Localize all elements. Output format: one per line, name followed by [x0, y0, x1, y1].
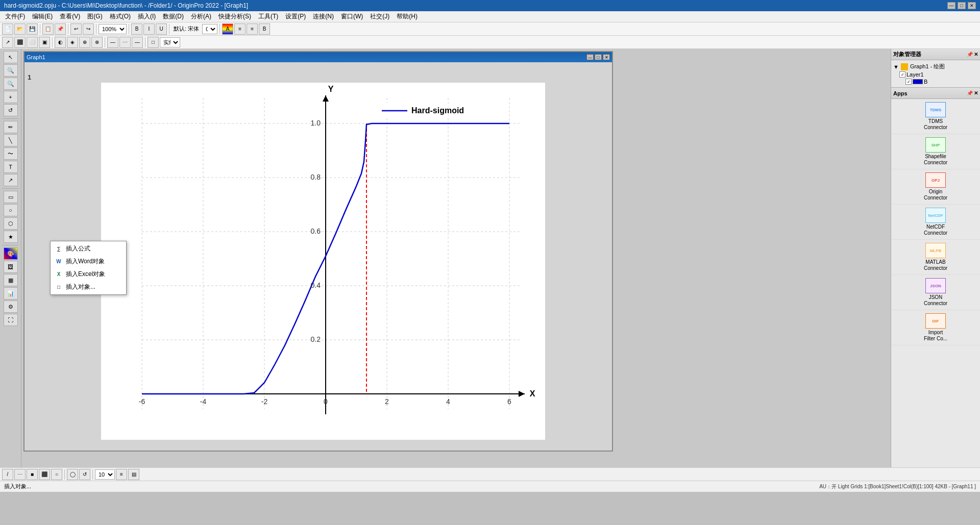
tool-graph[interactable]: 📊 [4, 287, 18, 299]
tb-r4[interactable]: ▣ [39, 37, 50, 48]
tree-item-graph1[interactable]: ▼ Graph1 - 绘图 [893, 62, 978, 71]
apps-close[interactable]: ✕ [974, 90, 978, 96]
menu-data[interactable]: 数据(D) [160, 11, 187, 22]
zoom-select[interactable]: 100% 75% 50% 150% [99, 24, 127, 34]
menu-quick-analysis[interactable]: 快捷分析(S) [215, 11, 254, 22]
tree-item-layer1[interactable]: ✓ Layer1 [893, 71, 978, 78]
bt-9[interactable]: ▤ [128, 469, 139, 480]
obj-mgr-close[interactable]: ✕ [974, 52, 978, 57]
tree-item-b[interactable]: ✓ B [893, 78, 978, 85]
menu-format[interactable]: 格式(O) [107, 11, 134, 22]
app-netcdf[interactable]: NetCDF NetCDFConnector [891, 205, 980, 240]
plot-area[interactable]: 1.0 0.8 0.6 0.4 0.2 -6 -4 -2 0 2 4 [101, 83, 545, 440]
ctx-insert-object[interactable]: □ 插入对象... [51, 281, 126, 293]
tool-misc1[interactable]: ⚙ [4, 301, 18, 313]
tool-pen[interactable]: ✏ [4, 121, 18, 133]
menu-social[interactable]: 社交(J) [367, 11, 393, 22]
tb-b3[interactable]: U [156, 23, 167, 35]
tool-text[interactable]: T [4, 161, 18, 173]
menu-tools[interactable]: 工具(T) [255, 11, 281, 22]
tool-arrow[interactable]: ↗ [4, 174, 18, 186]
bt-8[interactable]: ≡ [116, 469, 127, 480]
tb-r6[interactable]: ◈ [67, 37, 78, 48]
menu-edit[interactable]: 编辑(E) [29, 11, 56, 22]
layer1-checkbox[interactable]: ✓ [899, 71, 905, 78]
menu-graph[interactable]: 图(G) [84, 11, 105, 22]
tb-paste[interactable]: 📌 [55, 23, 66, 35]
b-checkbox[interactable]: ✓ [905, 79, 912, 85]
tb-bold[interactable]: B [259, 23, 270, 35]
menu-window[interactable]: 窗口(W) [338, 11, 366, 22]
tb-open[interactable]: 📂 [14, 23, 26, 35]
close-button[interactable]: ✕ [968, 2, 976, 9]
maximize-button[interactable]: □ [958, 2, 966, 9]
gw-close[interactable]: ✕ [603, 54, 610, 60]
font-size-select[interactable]: 081012 [202, 24, 217, 34]
app-shapefile[interactable]: SHP ShapefileConnector [891, 134, 980, 169]
tool-table[interactable]: ▦ [4, 274, 18, 286]
bt-7[interactable]: ↺ [79, 469, 90, 480]
app-origin[interactable]: OPJ OriginConnector [891, 169, 980, 205]
tool-ellipse[interactable]: ○ [4, 204, 18, 216]
tb-line1[interactable]: — [107, 37, 118, 48]
bt-6[interactable]: ◯ [67, 469, 78, 480]
bt-1[interactable]: / [2, 469, 13, 480]
tool-zoom-in[interactable]: 🔍 [4, 64, 18, 77]
app-matlab[interactable]: MLPB MATLABConnector [891, 240, 980, 275]
tool-rotate[interactable]: ↺ [4, 104, 18, 116]
bt-4[interactable]: ⬛ [39, 469, 50, 480]
tb-line2[interactable]: ⋯ [119, 37, 131, 48]
tb-r7[interactable]: ⊕ [79, 37, 90, 48]
border-select[interactable]: 实线 虚线 [160, 37, 180, 47]
tool-crosshair[interactable]: + [4, 91, 18, 103]
menu-help[interactable]: 帮助(H) [394, 11, 421, 22]
bt-2[interactable]: ⋯ [14, 469, 26, 480]
tb-r8[interactable]: ⊗ [91, 37, 103, 48]
app-tdms[interactable]: TDMS TDMSConnector [891, 99, 980, 134]
menu-view[interactable]: 查看(V) [57, 11, 83, 22]
tool-zoom-out[interactable]: 🔍 [4, 78, 18, 90]
ctx-insert-formula[interactable]: ∑ 插入公式 [51, 242, 126, 255]
tb-line3[interactable]: ― [132, 37, 143, 48]
tool-misc2[interactable]: ⛶ [4, 314, 18, 326]
bt-5[interactable]: ○ [51, 469, 62, 480]
minimize-button[interactable]: — [947, 2, 955, 9]
tb-copy[interactable]: 📋 [42, 23, 54, 35]
gw-minimize[interactable]: — [586, 54, 594, 60]
tool-line[interactable]: ╲ [4, 134, 18, 146]
tool-rect[interactable]: ▭ [4, 191, 18, 203]
menu-connect[interactable]: 连接(N) [310, 11, 337, 22]
tb-align-left[interactable]: ≡ [234, 23, 246, 35]
menu-file[interactable]: 文件(F) [2, 11, 28, 22]
tool-curve[interactable]: 〜 [4, 147, 18, 160]
app-json[interactable]: JSON JSONConnector [891, 275, 980, 310]
tb-undo[interactable]: ↩ [70, 23, 82, 35]
tool-select[interactable]: ↖ [4, 51, 18, 63]
menu-insert[interactable]: 插入(I) [135, 11, 159, 22]
app-dif[interactable]: DIF ImportFilter Co... [891, 310, 980, 345]
tb-border[interactable]: □ [148, 37, 159, 48]
tool-color1[interactable]: 🎨 [4, 247, 18, 260]
bt-num-select[interactable]: 10 5 20 [95, 469, 115, 480]
tb-b2[interactable]: I [143, 23, 155, 35]
gw-maximize[interactable]: □ [595, 54, 602, 60]
menu-settings[interactable]: 设置(P) [282, 11, 309, 22]
menu-analysis[interactable]: 分析(A) [188, 11, 214, 22]
tool-img[interactable]: 🖼 [4, 261, 18, 273]
tb-r2[interactable]: ⬛ [14, 37, 26, 48]
obj-mgr-pin[interactable]: 📌 [967, 52, 973, 57]
ctx-insert-word[interactable]: W 插入Word对象 [51, 255, 126, 268]
tb-b1[interactable]: B [131, 23, 142, 35]
tb-r1[interactable]: ↗ [2, 37, 13, 48]
bt-3[interactable]: ■ [27, 469, 38, 480]
tool-star[interactable]: ★ [4, 231, 18, 243]
tb-redo[interactable]: ↪ [83, 23, 94, 35]
tb-r5[interactable]: ◐ [55, 37, 66, 48]
tb-save[interactable]: 💾 [27, 23, 38, 35]
tb-color[interactable]: A [222, 23, 233, 35]
apps-pin[interactable]: 📌 [967, 90, 973, 96]
tb-new[interactable]: 📄 [2, 23, 13, 35]
tb-align-center[interactable]: ≡ [247, 23, 258, 35]
tb-r3[interactable]: ⬜ [27, 37, 38, 48]
ctx-insert-excel[interactable]: X 插入Excel对象 [51, 268, 126, 281]
